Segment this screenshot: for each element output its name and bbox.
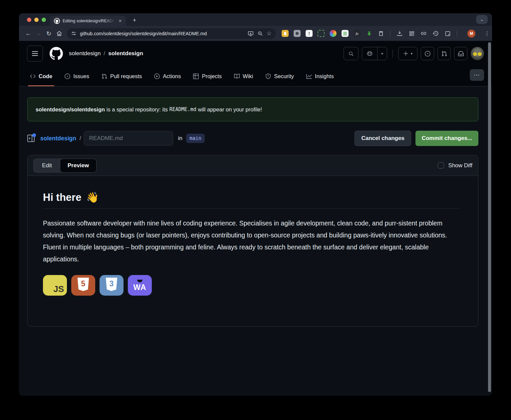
javascript-icon: JS xyxy=(43,275,67,296)
page-scrollbar[interactable] xyxy=(488,42,491,392)
tab-title: Editing solentdesign/README xyxy=(63,19,115,23)
back-icon[interactable]: ← xyxy=(23,28,33,39)
tab-actions[interactable]: Actions xyxy=(151,66,184,86)
browser-menu-icon[interactable]: ⋮ xyxy=(484,30,490,37)
tab-search-button[interactable]: ⌄ xyxy=(476,15,488,24)
special-repo-banner: solentdesign/solentdesign is a special r… xyxy=(27,97,478,121)
extension-lightbulb-icon[interactable] xyxy=(282,30,289,37)
github-logo-icon[interactable] xyxy=(50,47,63,60)
breadcrumb-separator: / xyxy=(104,50,105,57)
readme-paragraph: Passionate software developer with nine … xyxy=(43,217,459,265)
file-bar: solentdesign / README.md in main Cancel … xyxy=(27,131,478,146)
breadcrumb-repo[interactable]: solentdesign xyxy=(108,50,143,57)
browser-tab[interactable]: Editing solentdesign/README ✕ xyxy=(50,16,126,26)
home-icon[interactable] xyxy=(54,28,64,39)
bookmark-star-icon[interactable]: ☆ xyxy=(267,30,272,37)
browser-tabstrip: Editing solentdesign/README ✕ + ⌄ xyxy=(19,13,492,26)
reload-icon[interactable]: ↻ xyxy=(44,28,54,39)
webassembly-notch xyxy=(137,280,142,282)
repo-nav: Code Issues Pull requests Actions Projec… xyxy=(27,66,484,86)
branch-badge: main xyxy=(186,134,205,143)
tab-pull-requests[interactable]: Pull requests xyxy=(99,66,145,86)
copilot-caret-icon[interactable]: ▾ xyxy=(378,47,387,60)
extension-upload-icon[interactable]: ↑ xyxy=(306,30,313,37)
browser-toolbar: ← → ↻ github.com/solentdesign/solentdesi… xyxy=(19,26,492,41)
close-window-button[interactable] xyxy=(27,18,31,22)
tab-edit[interactable]: Edit xyxy=(34,162,60,169)
markdown-preview: Hi there 👋 Passionate software developer… xyxy=(28,176,478,296)
zoom-window-button[interactable] xyxy=(42,18,46,22)
minimize-window-button[interactable] xyxy=(34,18,39,22)
site-settings-icon[interactable] xyxy=(71,31,76,36)
send-to-device-icon[interactable] xyxy=(248,31,254,37)
tab-preview[interactable]: Preview xyxy=(60,159,97,173)
breadcrumb-owner[interactable]: solentdesign xyxy=(69,50,101,57)
html5-icon: 5 xyxy=(71,275,95,296)
create-new-button[interactable]: ▾ xyxy=(398,47,417,60)
window-controls xyxy=(27,18,46,22)
extension-fonts-icon[interactable]: fn xyxy=(354,30,361,37)
cancel-changes-button[interactable]: Cancel changes xyxy=(355,131,411,146)
filename-input[interactable]: README.md xyxy=(84,131,173,146)
global-menu-button[interactable] xyxy=(27,46,43,62)
tab-projects[interactable]: Projects xyxy=(190,66,225,86)
pull-requests-dashboard-button[interactable] xyxy=(437,47,451,60)
extension-screenshot-icon[interactable] xyxy=(318,30,325,37)
close-tab-icon[interactable]: ✕ xyxy=(117,18,123,24)
zoom-icon[interactable] xyxy=(257,31,263,36)
extension-colorwheel-icon[interactable] xyxy=(330,30,337,37)
svg-text:5: 5 xyxy=(81,279,86,288)
extension-notes-icon[interactable] xyxy=(342,30,349,37)
file-tree-toggle-icon[interactable] xyxy=(27,135,35,142)
extension-camera-icon[interactable] xyxy=(294,30,301,37)
user-avatar[interactable] xyxy=(471,47,484,60)
tab-code[interactable]: Code xyxy=(27,66,55,86)
nav-overflow-button[interactable]: ⋯ xyxy=(470,69,484,81)
banner-readme-code: README.md xyxy=(169,106,196,112)
tech-badges: JS 5 3 WA xyxy=(43,275,459,296)
downloads-icon[interactable] xyxy=(396,30,403,37)
editor-header: Edit Preview Show Diff xyxy=(28,155,478,176)
banner-repo-name: solentdesign/solentdesign xyxy=(36,106,105,113)
editor-card: Edit Preview Show Diff Hi there 👋 Passio… xyxy=(27,155,478,327)
issues-dashboard-button[interactable] xyxy=(421,47,434,60)
edit-preview-toggle: Edit Preview xyxy=(33,159,97,173)
github-page: solentdesign / solentdesign ▾ xyxy=(19,41,492,396)
notification-dot xyxy=(32,133,36,137)
copilot-button[interactable]: ▾ xyxy=(362,47,387,60)
file-bar-separator: / xyxy=(80,135,81,142)
copy-link-icon[interactable] xyxy=(420,30,427,37)
qr-code-icon[interactable] xyxy=(408,30,415,37)
new-tab-button[interactable]: + xyxy=(130,16,139,25)
show-diff-label: Show Diff xyxy=(448,162,472,169)
inbox-button[interactable] xyxy=(454,47,467,60)
webassembly-icon: WA xyxy=(128,275,152,296)
show-diff-control: Show Diff xyxy=(438,162,472,169)
tab-security[interactable]: Security xyxy=(262,66,297,86)
main-content: solentdesign/solentdesign is a special r… xyxy=(19,86,492,327)
tab-insights[interactable]: Insights xyxy=(303,66,337,86)
tab-wiki[interactable]: Wiki xyxy=(231,66,256,86)
show-diff-checkbox[interactable] xyxy=(438,162,444,169)
browser-profile-avatar[interactable]: M xyxy=(467,30,475,38)
search-button[interactable] xyxy=(344,47,359,60)
commit-changes-button[interactable]: Commit changes... xyxy=(415,131,478,146)
forward-icon[interactable]: → xyxy=(33,28,44,39)
github-header: solentdesign / solentdesign ▾ xyxy=(19,41,492,86)
history-icon[interactable] xyxy=(432,30,439,37)
readme-heading: Hi there 👋 xyxy=(43,191,459,209)
file-bar-repo-link[interactable]: solentdesign xyxy=(40,135,76,142)
create-new-caret-icon: ▾ xyxy=(411,52,413,56)
breadcrumb: solentdesign / solentdesign xyxy=(69,50,143,57)
copilot-icon[interactable] xyxy=(362,47,378,60)
in-label: in xyxy=(178,135,182,142)
url-text[interactable]: github.com/solentdesign/solentdesign/edi… xyxy=(80,31,244,36)
tab-issues[interactable]: Issues xyxy=(62,66,92,86)
url-bar[interactable]: github.com/solentdesign/solentdesign/edi… xyxy=(67,28,276,39)
svg-text:3: 3 xyxy=(110,279,114,288)
browser-window: Editing solentdesign/README ✕ + ⌄ ← → ↻ … xyxy=(19,13,492,396)
tab-capture-icon[interactable] xyxy=(444,30,451,37)
extension-clipboard-icon[interactable] xyxy=(378,30,384,37)
extension-download-arrow-icon[interactable] xyxy=(366,30,373,37)
extensions-row: ↑ fn xyxy=(282,30,490,38)
